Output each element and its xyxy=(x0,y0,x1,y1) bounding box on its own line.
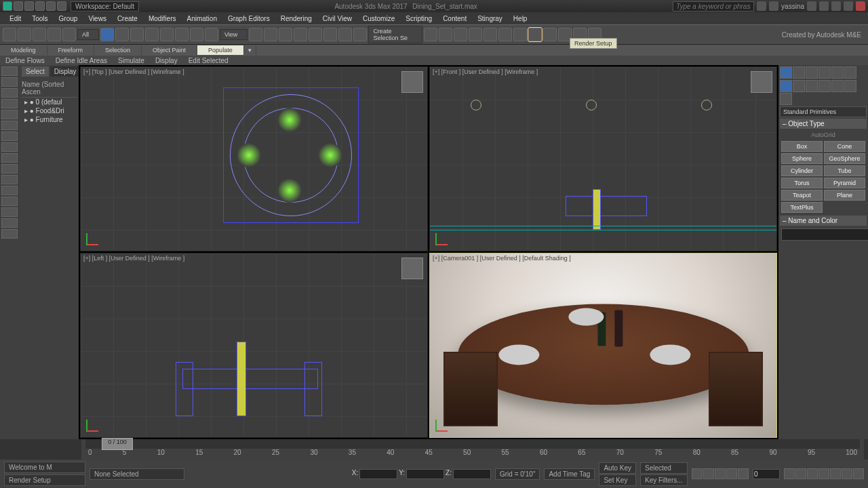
nav-orbit-icon[interactable] xyxy=(842,468,852,479)
prim-cylinder[interactable]: Cylinder xyxy=(781,165,823,176)
nav-extents-icon[interactable] xyxy=(807,468,818,479)
undo-icon[interactable] xyxy=(46,1,56,11)
menu-graph-editors[interactable]: Graph Editors xyxy=(222,14,275,24)
goto-start-icon[interactable] xyxy=(692,468,703,479)
cp-hierarchy-icon[interactable] xyxy=(806,66,818,79)
lt-13[interactable] xyxy=(1,197,18,206)
lt-7[interactable] xyxy=(1,131,18,141)
prim-teapot[interactable]: Teapot xyxy=(781,190,823,201)
render-frame-button[interactable] xyxy=(543,28,557,41)
subcategory-dropdown[interactable]: Standard Primitives xyxy=(780,106,867,117)
y-input[interactable] xyxy=(406,469,444,479)
viewport-label[interactable]: [+] [Camera001 ] [User Defined ] [Defaul… xyxy=(433,255,571,262)
menu-rendering[interactable]: Rendering xyxy=(275,14,317,24)
minimize-icon[interactable] xyxy=(831,1,841,11)
key-filters-button[interactable]: Key Filters... xyxy=(640,474,688,486)
lt-10[interactable] xyxy=(1,164,18,174)
viewport-top[interactable]: [+] [Top ] [User Defined ] [Wireframe ] xyxy=(80,66,428,251)
key-mode-dropdown[interactable]: Selected xyxy=(640,462,688,474)
lt-4[interactable] xyxy=(1,99,18,108)
unlink-button[interactable] xyxy=(47,28,61,41)
rotate-button[interactable] xyxy=(175,28,189,41)
time-tag[interactable]: Add Time Tag xyxy=(544,468,595,480)
tree-item[interactable]: ▸ ● 0 (defaul xyxy=(22,98,77,106)
infocenter-icon[interactable] xyxy=(757,1,766,11)
panel-display[interactable]: Display xyxy=(150,56,183,65)
pivot-button[interactable] xyxy=(249,28,262,41)
viewcube-icon[interactable] xyxy=(401,258,423,279)
layers-button[interactable] xyxy=(454,28,467,41)
lt-6[interactable] xyxy=(1,121,18,130)
lt-2[interactable] xyxy=(1,77,18,87)
tab-freeform[interactable]: Freeform xyxy=(47,45,95,55)
menu-scripting[interactable]: Scripting xyxy=(400,14,437,24)
manip-button[interactable] xyxy=(264,28,277,41)
viewport-label[interactable]: [+] [Top ] [User Defined ] [Wireframe ] xyxy=(83,68,184,75)
prim-sphere[interactable]: Sphere xyxy=(781,153,823,164)
save-icon[interactable] xyxy=(35,1,45,11)
favorites-icon[interactable] xyxy=(807,1,816,11)
cp-create-icon[interactable] xyxy=(780,66,792,79)
object-name-input[interactable] xyxy=(781,228,868,241)
prim-textplus[interactable]: TextPlus xyxy=(781,202,823,213)
viewport-label[interactable]: [+] [Front ] [User Defined ] [Wireframe … xyxy=(433,68,538,75)
menu-edit[interactable]: Edit xyxy=(4,14,26,24)
refcoord-dropdown[interactable]: View xyxy=(220,29,248,40)
ribbon-overflow-icon[interactable]: ▾ xyxy=(244,45,256,55)
cat-lights-icon[interactable] xyxy=(806,80,818,92)
toggle-ribbon-button[interactable] xyxy=(469,28,482,41)
align-button[interactable] xyxy=(439,28,452,41)
menu-animation[interactable]: Animation xyxy=(181,14,222,24)
search-input[interactable] xyxy=(673,1,754,12)
workspace-dropdown[interactable]: Workspace: Default xyxy=(71,1,139,12)
panel-define-flows[interactable]: Define Flows xyxy=(0,56,50,65)
viewport-camera[interactable]: [+] [Camera001 ] [User Defined ] [Defaul… xyxy=(429,253,777,438)
time-knob[interactable]: 0 / 100 xyxy=(102,438,133,450)
angle-snap-button[interactable] xyxy=(309,28,322,41)
new-icon[interactable] xyxy=(14,1,23,11)
maxscript-mini[interactable]: Welcome to M xyxy=(4,462,85,473)
panel-simulate[interactable]: Simulate xyxy=(113,56,150,65)
lt-8[interactable] xyxy=(1,142,18,152)
undo-button[interactable] xyxy=(3,28,16,41)
snap-button[interactable] xyxy=(294,28,307,41)
lt-16[interactable] xyxy=(1,229,18,239)
lt-15[interactable] xyxy=(1,218,18,228)
current-frame-input[interactable] xyxy=(753,469,780,479)
bind-button[interactable] xyxy=(62,28,76,41)
play-icon[interactable] xyxy=(715,468,726,479)
prev-frame-icon[interactable] xyxy=(703,468,714,479)
menu-tools[interactable]: Tools xyxy=(26,14,53,24)
spinner-snap-button[interactable] xyxy=(338,28,352,41)
help-icon[interactable] xyxy=(819,1,829,11)
scale-button[interactable] xyxy=(190,28,203,41)
select-name-button[interactable] xyxy=(115,28,129,41)
lt-9[interactable] xyxy=(1,153,18,163)
cp-utilities-icon[interactable] xyxy=(844,66,856,79)
menu-help[interactable]: Help xyxy=(508,14,533,24)
render-setup-button[interactable] xyxy=(528,28,542,41)
explorer-tab-select[interactable]: Select xyxy=(22,66,49,77)
selection-filter[interactable]: All xyxy=(77,29,99,40)
placement-button[interactable] xyxy=(205,28,218,41)
open-icon[interactable] xyxy=(24,1,34,11)
z-input[interactable] xyxy=(453,469,491,479)
cp-motion-icon[interactable] xyxy=(818,66,831,79)
explorer-tab-display[interactable]: Display xyxy=(50,66,81,77)
nav-pan-icon[interactable] xyxy=(830,468,841,479)
keyboard-button[interactable] xyxy=(279,28,292,41)
menu-stingray[interactable]: Stingray xyxy=(472,14,508,24)
lt-11[interactable] xyxy=(1,175,18,184)
lt-5[interactable] xyxy=(1,110,18,119)
menu-customize[interactable]: Customize xyxy=(357,14,400,24)
maximize-icon[interactable] xyxy=(844,1,853,11)
prim-cone[interactable]: Cone xyxy=(824,141,865,152)
percent-snap-button[interactable] xyxy=(323,28,337,41)
viewport-front[interactable]: [+] [Front ] [User Defined ] [Wireframe … xyxy=(429,66,777,251)
prim-pyramid[interactable]: Pyramid xyxy=(824,178,865,188)
panel-define-idle[interactable]: Define Idle Areas xyxy=(50,56,113,65)
signin-icon[interactable] xyxy=(769,1,778,11)
cat-cameras-icon[interactable] xyxy=(818,80,831,92)
cp-display-icon[interactable] xyxy=(831,66,844,79)
app-menu-icon[interactable] xyxy=(3,1,12,11)
